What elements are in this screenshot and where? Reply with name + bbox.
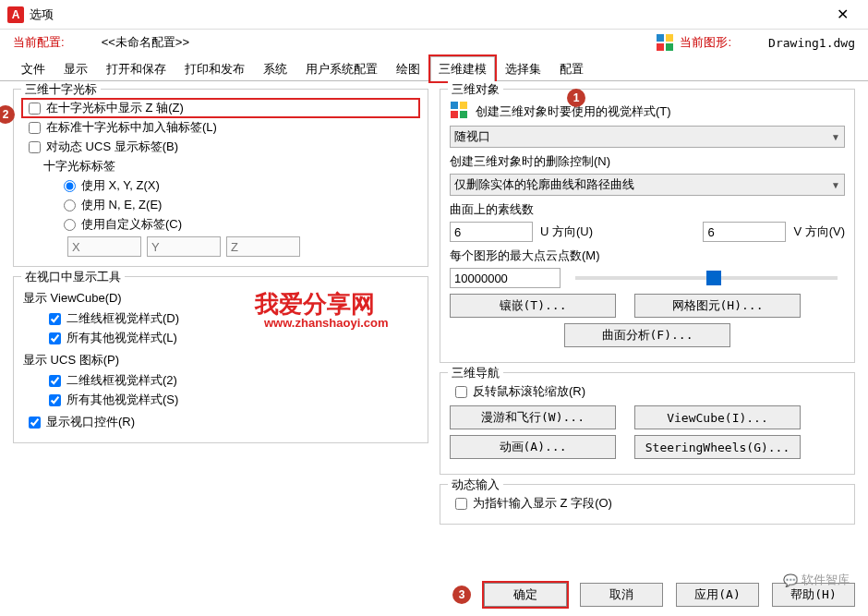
titlebar: A 选项 ✕ — [0, 0, 868, 30]
profile-value: <<未命名配置>> — [102, 34, 189, 51]
group-viewport-tools-title: 在视口中显示工具 — [21, 269, 125, 285]
steeringwheels-button[interactable]: SteeringWheels(G)... — [634, 435, 801, 459]
svg-rect-6 — [451, 111, 458, 118]
mesh-primitives-button[interactable]: 网格图元(H)... — [634, 294, 801, 318]
chk-ucs-other[interactable]: 所有其他视觉样式(S) — [43, 392, 418, 408]
visual-style-value: 随视口 — [454, 128, 490, 145]
delete-control-label: 创建三维对象时的删除控制(N) — [450, 153, 845, 170]
svg-rect-4 — [451, 102, 458, 109]
tab-system[interactable]: 系统 — [255, 56, 295, 81]
ucsicon-title: 显示 UCS 图标(P) — [23, 352, 418, 368]
svg-rect-7 — [460, 111, 467, 118]
titlebar-title: 选项 — [30, 6, 54, 23]
viewcube-title: 显示 ViewCube(D) — [23, 290, 418, 307]
maxpoints-label: 每个图形的最大点云点数(M) — [450, 248, 845, 264]
animation-button[interactable]: 动画(A)... — [450, 435, 616, 459]
radio-custom-label: 使用自定义标签(C) — [81, 216, 182, 233]
chk-vc-other[interactable]: 所有其他视觉样式(L) — [43, 330, 418, 346]
svg-rect-0 — [657, 34, 664, 42]
surface-analysis-button[interactable]: 曲面分析(F)... — [564, 323, 730, 347]
v-label: V 方向(V) — [793, 223, 845, 240]
chk-ucs-2d-label: 二维线框视觉样式(2) — [66, 372, 177, 389]
group-crosshair: 三维十字光标 在十字光标中显示 Z 轴(Z) 在标准十字光标中加入轴标签(L) … — [13, 89, 428, 267]
chk-vc-2d-label: 二维线框视觉样式(D) — [66, 310, 179, 327]
group-dyninput: 动态输入 为指针输入显示 Z 字段(O) — [440, 484, 855, 525]
radio-xyz[interactable]: 使用 X, Y, Z(X) — [64, 177, 418, 194]
custom-y-field[interactable] — [147, 236, 221, 257]
callout-3: 3 — [452, 586, 471, 604]
tab-3dmodel[interactable]: 三维建模 — [430, 56, 495, 81]
chk-show-z-label: 在十字光标中显示 Z 轴(Z) — [46, 100, 184, 116]
callout-1: 1 — [567, 89, 585, 107]
apply-button[interactable]: 应用(A) — [676, 583, 759, 607]
group-3d-objects: 三维对象 创建三维对象时要使用的视觉样式(T) 随视口 ▼ 创建三维对象时的删除… — [440, 89, 855, 363]
custom-z-field[interactable] — [226, 236, 300, 257]
chk-vc-2d[interactable]: 二维线框视觉样式(D) — [43, 310, 418, 327]
chk-std-labels-label: 在标准十字光标中加入轴标签(L) — [46, 119, 217, 136]
chk-ucs-labels-label: 对动态 UCS 显示标签(B) — [46, 139, 178, 155]
chk-ucs-other-label: 所有其他视觉样式(S) — [66, 392, 178, 408]
maxpoints-field[interactable] — [450, 268, 561, 288]
chk-dyn-z-label: 为指针输入显示 Z 字段(O) — [473, 495, 612, 512]
chevron-down-icon: ▼ — [831, 180, 840, 190]
group-3d-objects-title: 三维对象 — [448, 81, 503, 98]
tabs: 文件 显示 打开和保存 打印和发布 系统 用户系统配置 绘图 三维建模 选择集 … — [0, 55, 868, 81]
ok-button[interactable]: 确定 — [484, 583, 567, 607]
tab-select[interactable]: 选择集 — [497, 56, 549, 81]
v-isolines-field[interactable] — [703, 222, 786, 242]
tab-display[interactable]: 显示 — [55, 56, 96, 81]
slider-thumb[interactable] — [706, 271, 721, 285]
viewcube-button[interactable]: ViewCube(I)... — [634, 405, 801, 429]
tessellation-button[interactable]: 镶嵌(T)... — [450, 294, 616, 318]
chevron-down-icon: ▼ — [831, 132, 840, 142]
chk-vp-controls[interactable]: 显示视口控件(R) — [23, 414, 418, 430]
tab-profiles[interactable]: 配置 — [551, 56, 592, 81]
drawing-value: Drawing1.dwg — [768, 36, 855, 50]
chk-vp-controls-label: 显示视口控件(R) — [46, 414, 135, 430]
group-3d-nav-title: 三维导航 — [448, 365, 503, 381]
tab-userpref[interactable]: 用户系统配置 — [297, 56, 386, 81]
custom-x-field[interactable] — [67, 236, 141, 257]
svg-rect-3 — [666, 43, 673, 51]
visual-style-select[interactable]: 随视口 ▼ — [450, 126, 845, 148]
tab-plot[interactable]: 打印和发布 — [176, 56, 253, 81]
close-icon[interactable]: ✕ — [824, 0, 861, 30]
u-isolines-field[interactable] — [450, 222, 533, 242]
profile-label: 当前配置: — [13, 34, 65, 51]
radio-xyz-label: 使用 X, Y, Z(X) — [81, 177, 160, 194]
u-label: U 方向(U) — [540, 223, 593, 240]
radio-custom[interactable]: 使用自定义标签(C) — [64, 216, 418, 233]
crosshair-labels-title: 十字光标标签 — [43, 158, 418, 175]
wechat-icon: 💬 — [783, 574, 798, 587]
radio-nez[interactable]: 使用 N, E, Z(E) — [64, 197, 418, 213]
group-3d-nav: 三维导航 反转鼠标滚轮缩放(R) 漫游和飞行(W)... ViewCube(I)… — [440, 372, 855, 475]
brand-text: 软件智库 — [802, 572, 850, 588]
chk-ucs-2d[interactable]: 二维线框视觉样式(2) — [43, 372, 418, 389]
drawing-icon — [656, 33, 674, 52]
brand-watermark: 💬 软件智库 — [783, 572, 850, 588]
maxpoints-slider[interactable] — [575, 276, 838, 280]
info-row: 当前配置: <<未命名配置>> 当前图形: Drawing1.dwg — [0, 30, 868, 54]
cancel-button[interactable]: 取消 — [580, 583, 663, 607]
isolines-label: 曲面上的素线数 — [450, 201, 845, 218]
tab-draft[interactable]: 绘图 — [388, 56, 428, 81]
visual-style-icon — [450, 101, 468, 122]
chk-dyn-z[interactable]: 为指针输入显示 Z 字段(O) — [450, 495, 845, 512]
tab-opensave[interactable]: 打开和保存 — [98, 56, 175, 81]
group-dyninput-title: 动态输入 — [448, 477, 503, 493]
radio-nez-label: 使用 N, E, Z(E) — [81, 197, 162, 213]
chk-vc-other-label: 所有其他视觉样式(L) — [66, 330, 177, 346]
svg-rect-5 — [460, 102, 467, 109]
delete-control-value: 仅删除实体的轮廓曲线和路径曲线 — [454, 176, 634, 193]
delete-control-select[interactable]: 仅删除实体的轮廓曲线和路径曲线 ▼ — [450, 174, 845, 196]
walk-fly-button[interactable]: 漫游和飞行(W)... — [450, 405, 616, 429]
chk-reverse-wheel[interactable]: 反转鼠标滚轮缩放(R) — [450, 383, 845, 400]
group-viewport-tools: 在视口中显示工具 显示 ViewCube(D) 二维线框视觉样式(D) 所有其他… — [13, 276, 428, 443]
chk-std-labels[interactable]: 在标准十字光标中加入轴标签(L) — [23, 119, 418, 136]
chk-show-z[interactable]: 在十字光标中显示 Z 轴(Z) — [23, 100, 418, 116]
group-crosshair-title: 三维十字光标 — [21, 81, 101, 98]
svg-rect-2 — [657, 43, 664, 51]
chk-ucs-labels[interactable]: 对动态 UCS 显示标签(B) — [23, 139, 418, 155]
drawing-label: 当前图形: — [680, 34, 731, 51]
tab-file[interactable]: 文件 — [13, 56, 54, 81]
